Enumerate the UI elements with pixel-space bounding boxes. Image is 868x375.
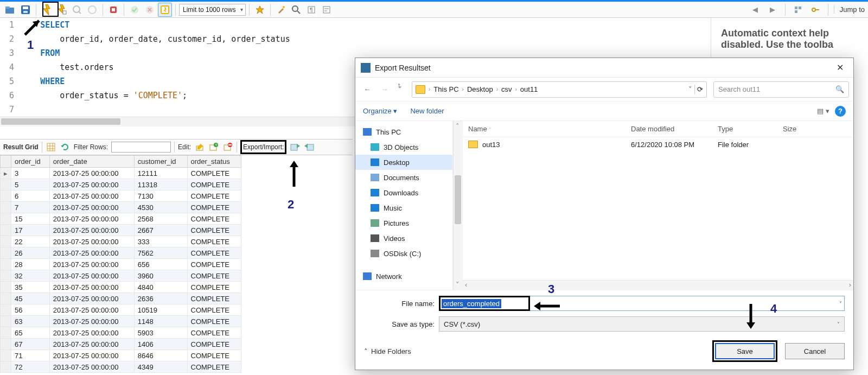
table-row[interactable]: 62013-07-25 00:00:007130COMPLETE [1, 190, 241, 202]
import-icon[interactable] [304, 142, 315, 152]
refresh-icon[interactable] [60, 142, 71, 152]
svg-rect-3 [23, 7, 28, 9]
tree-item[interactable]: Pictures [355, 215, 452, 231]
export-icon[interactable] [290, 142, 301, 152]
favorite-icon[interactable] [253, 3, 267, 17]
svg-marker-45 [297, 144, 300, 148]
nav-next-icon[interactable]: ▶ [765, 3, 780, 17]
column-header[interactable]: order_status [187, 156, 241, 168]
table-row[interactable]: 172013-07-25 00:00:002667COMPLETE [1, 225, 241, 236]
table-row[interactable]: 712013-07-25 00:00:008646COMPLETE [1, 350, 241, 361]
delete-row-icon[interactable] [222, 142, 233, 152]
svg-rect-28 [795, 10, 797, 13]
tree-item[interactable]: Music [355, 200, 452, 215]
annotation-arrow-2 [288, 158, 301, 191]
view-mode-icon[interactable]: ▤ ▾ [817, 107, 829, 115]
sql-line[interactable]: 2 order_id, order_date, customer_id, ord… [0, 32, 705, 46]
help-icon[interactable]: ? [835, 106, 846, 117]
tree-item[interactable]: OSDisk (C:) [355, 246, 452, 261]
nav-back-icon[interactable]: ← [360, 82, 375, 97]
column-header[interactable]: order_date [49, 156, 134, 168]
toolbar-separator [249, 4, 250, 16]
tree-item[interactable]: Network [355, 269, 452, 284]
filelist-h-scrollbar[interactable]: ‹› [463, 280, 853, 290]
nav-prev-icon[interactable]: ◀ [748, 3, 762, 17]
tree-item[interactable]: Desktop [355, 155, 452, 170]
table-row[interactable]: 72013-07-25 00:00:004530COMPLETE [1, 202, 241, 213]
tree-item[interactable]: Videos [355, 231, 452, 246]
sql-line[interactable]: 1 SELECT [0, 18, 705, 32]
filename-input[interactable]: orders_completed ˅ [439, 296, 845, 311]
save-icon[interactable] [18, 3, 33, 17]
folder-tree[interactable]: This PC3D ObjectsDesktopDocumentsDownloa… [355, 121, 453, 290]
table-row[interactable]: 152013-07-25 00:00:002568COMPLETE [1, 213, 241, 225]
tree-scrollbar[interactable]: ˄˅ [453, 121, 463, 290]
savetype-combo[interactable]: CSV (*.csv) ˅ [439, 316, 845, 332]
table-row[interactable]: 222013-07-25 00:00:00333COMPLETE [1, 236, 241, 247]
rollback-icon[interactable] [143, 3, 157, 17]
nav-up-icon[interactable]: ˅↑ [394, 82, 410, 97]
table-row[interactable]: 322013-07-25 00:00:003960COMPLETE [1, 270, 241, 282]
tree-item[interactable]: 3D Objects [355, 139, 452, 155]
breadcrumb-item[interactable]: This PC [433, 85, 458, 93]
jump-to-label[interactable]: Jump to [834, 5, 865, 14]
table-row[interactable]: 452013-07-25 00:00:002636COMPLETE [1, 293, 241, 304]
file-list-header[interactable]: Name ˄ Date modified Type Size [463, 121, 853, 137]
row-limit-combo[interactable]: Limit to 1000 rows [179, 4, 246, 16]
table-row[interactable]: 282013-07-25 00:00:00656COMPLETE [1, 259, 241, 270]
export-import-label[interactable]: Export/Import: [240, 140, 286, 154]
refresh-folder-icon[interactable]: ⟳ [697, 85, 703, 93]
table-row[interactable]: 562013-07-25 00:00:0010519COMPLETE [1, 304, 241, 316]
file-list[interactable]: Name ˄ Date modified Type Size out136/12… [463, 121, 853, 290]
toggle-invisible-icon[interactable]: ¶ [304, 3, 318, 17]
svg-marker-36 [61, 145, 64, 147]
find-icon[interactable] [289, 3, 303, 17]
commit-icon[interactable] [127, 3, 142, 17]
table-row[interactable]: 652013-07-25 00:00:005903COMPLETE [1, 327, 241, 339]
breadcrumb-item[interactable]: csv [501, 85, 512, 93]
tree-item[interactable]: This PC [355, 124, 452, 139]
result-grid[interactable]: order_idorder_datecustomer_idorder_statu… [0, 155, 241, 375]
new-folder-button[interactable]: New folder [410, 107, 444, 115]
tree-item[interactable]: Downloads [355, 185, 452, 200]
hide-folders-toggle[interactable]: ˄Hide Folders [364, 347, 411, 355]
table-row[interactable]: ▸32013-07-25 00:00:0012111COMPLETE [1, 168, 241, 179]
filter-rows-input[interactable] [111, 142, 171, 152]
table-row[interactable]: 352013-07-25 00:00:004840COMPLETE [1, 282, 241, 293]
close-icon[interactable]: ✕ [832, 60, 848, 75]
table-row[interactable]: 722013-07-25 00:00:004349COMPLETE [1, 361, 241, 373]
nav-schema-icon[interactable] [791, 3, 805, 17]
address-bar[interactable]: › This PC› Desktop› csv› out11 ˅ ⟳ [412, 81, 707, 98]
column-header[interactable]: customer_id [134, 156, 187, 168]
addr-dropdown-icon[interactable]: ˅ [688, 85, 692, 93]
dialog-app-icon [361, 63, 371, 73]
stop-icon[interactable] [85, 3, 99, 17]
grid-view-icon[interactable] [46, 142, 56, 152]
cancel-button[interactable]: Cancel [785, 343, 845, 359]
table-row[interactable]: 632013-07-25 00:00:001148COMPLETE [1, 316, 241, 327]
beautify-icon[interactable] [274, 3, 288, 17]
main-toolbar: Limit to 1000 rows ¶ ◀ ▶ Jump to [0, 0, 868, 18]
add-row-icon[interactable]: + [208, 142, 219, 152]
edit-label: Edit: [178, 143, 191, 151]
open-file-icon[interactable] [3, 3, 17, 17]
filter-rows-label: Filter Rows: [74, 143, 108, 151]
nav-forward-icon[interactable]: → [377, 82, 392, 97]
wrap-icon[interactable] [320, 3, 334, 17]
save-button[interactable]: Save [715, 343, 775, 359]
organize-menu[interactable]: Organize ▾ [363, 107, 397, 115]
autocommit-icon[interactable] [158, 3, 172, 17]
breadcrumb-item[interactable]: out11 [520, 85, 538, 93]
explain-icon[interactable] [70, 3, 84, 17]
table-row[interactable]: 52013-07-25 00:00:0011318COMPLETE [1, 179, 241, 190]
search-input[interactable]: Search out11 🔍 [713, 81, 849, 98]
file-row[interactable]: out136/12/2020 10:08 PMFile folder [463, 137, 853, 151]
stop-red-icon[interactable] [106, 3, 120, 17]
tree-item[interactable]: Documents [355, 170, 452, 185]
table-row[interactable]: 262013-07-25 00:00:007562COMPLETE [1, 247, 241, 259]
edit-row-icon[interactable] [194, 142, 205, 152]
breadcrumb-item[interactable]: Desktop [467, 85, 493, 93]
table-row[interactable]: 672013-07-25 00:00:001406COMPLETE [1, 339, 241, 350]
keys-icon[interactable] [808, 3, 822, 17]
column-header[interactable]: order_id [11, 156, 50, 168]
